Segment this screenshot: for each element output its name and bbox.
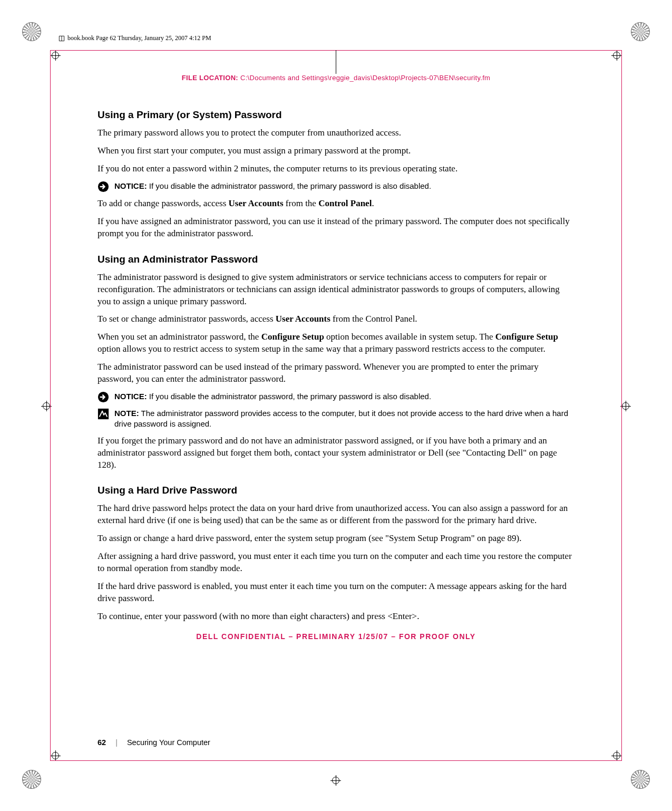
- para: To set or change administrator passwords…: [98, 313, 574, 325]
- book-icon: [58, 35, 65, 42]
- note-text: NOTE: The administrator password provide…: [114, 408, 574, 430]
- note-block: NOTE: The administrator password provide…: [98, 408, 574, 430]
- footer-section: Securing Your Computer: [127, 738, 210, 747]
- crop-mark-bl: [22, 770, 41, 789]
- notice-block: NOTICE: If you disable the administrator…: [98, 391, 574, 403]
- crop-mark-br: [631, 770, 650, 789]
- note-icon: [98, 408, 109, 420]
- reg-mark-mr: [620, 401, 631, 411]
- para: If you have assigned an administrator pa…: [98, 216, 574, 240]
- heading-hard-drive-password: Using a Hard Drive Password: [98, 485, 574, 496]
- heading-primary-password: Using a Primary (or System) Password: [98, 109, 574, 121]
- header-info: book.book Page 62 Thursday, January 25, …: [58, 34, 211, 42]
- notice-text: NOTICE: If you disable the administrator…: [114, 391, 431, 402]
- para: The hard drive password helps protect th…: [98, 503, 574, 527]
- page-number: 62: [98, 738, 106, 747]
- notice-icon: [98, 181, 109, 192]
- file-location: FILE LOCATION: C:\Documents and Settings…: [98, 74, 574, 82]
- file-location-path: C:\Documents and Settings\reggie_davis\D…: [240, 74, 490, 82]
- crop-mark-tl: [22, 22, 41, 41]
- reg-mark-bc: [330, 775, 341, 786]
- para: If the hard drive password is enabled, y…: [98, 581, 574, 605]
- notice-text: NOTICE: If you disable the administrator…: [114, 181, 431, 191]
- para: The administrator password is designed t…: [98, 272, 574, 308]
- para: The primary password allows you to prote…: [98, 127, 574, 139]
- para: To continue, enter your password (with n…: [98, 611, 574, 623]
- para: After assigning a hard drive password, y…: [98, 551, 574, 575]
- para: If you do not enter a password within 2 …: [98, 163, 574, 175]
- page-footer: 62 | Securing Your Computer: [98, 738, 210, 747]
- footer-separator: |: [115, 738, 118, 747]
- para: If you forget the primary password and d…: [98, 435, 574, 471]
- center-line-top: [336, 50, 336, 74]
- confidential-banner: DELL CONFIDENTIAL – PRELIMINARY 1/25/07 …: [98, 632, 574, 641]
- para: To add or change passwords, access User …: [98, 198, 574, 210]
- para: When you first start your computer, you …: [98, 145, 574, 157]
- header-text: book.book Page 62 Thursday, January 25, …: [67, 34, 211, 42]
- notice-icon: [98, 391, 109, 403]
- heading-admin-password: Using an Administrator Password: [98, 254, 574, 265]
- para: The administrator password can be used i…: [98, 361, 574, 385]
- notice-block: NOTICE: If you disable the administrator…: [98, 181, 574, 192]
- para: To assign or change a hard drive passwor…: [98, 533, 574, 545]
- crop-mark-tr: [631, 22, 650, 41]
- para: When you set an administrator password, …: [98, 331, 574, 355]
- main-content: FILE LOCATION: C:\Documents and Settings…: [98, 74, 574, 641]
- file-location-label: FILE LOCATION:: [182, 74, 238, 82]
